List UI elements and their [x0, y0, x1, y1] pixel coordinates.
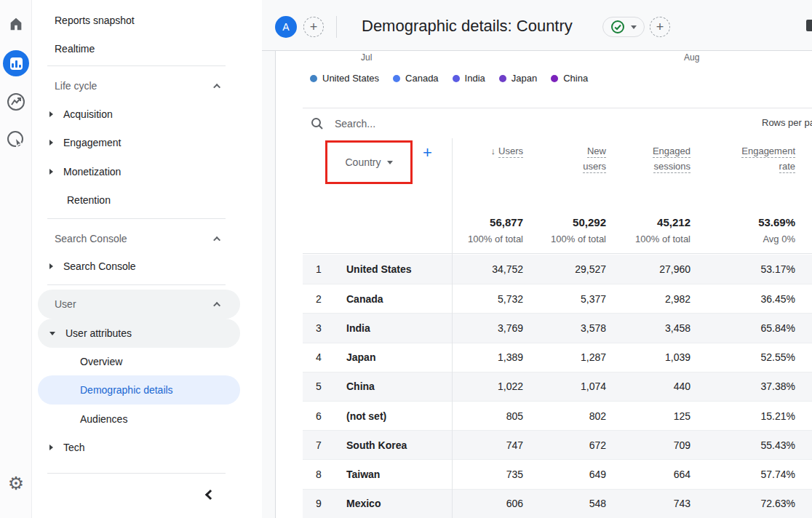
- advertising-cursor-icon: [6, 130, 26, 150]
- legend-item-china: China: [551, 73, 588, 84]
- sidebar-divider: [47, 65, 226, 66]
- sidebar-item-user-attributes[interactable]: User attributes: [38, 319, 240, 348]
- table-search-input[interactable]: [335, 118, 553, 130]
- table-row[interactable]: 7 South Korea 747 672 709 55.43%: [303, 430, 812, 459]
- row-engaged-sessions: 440: [596, 372, 690, 401]
- row-users: 1,022: [429, 372, 523, 401]
- series-dot-icon: [551, 75, 558, 82]
- row-country[interactable]: United States: [346, 255, 411, 284]
- expand-arrow-icon: [49, 169, 53, 175]
- sidebar-divider: [47, 218, 226, 219]
- bar-chart-icon: [3, 50, 29, 76]
- row-users: 606: [429, 490, 523, 518]
- row-new-users: 3,578: [512, 314, 606, 342]
- column-header-engaged-sessions[interactable]: Engaged sessions: [596, 143, 690, 174]
- all-users-segment-chip[interactable]: A: [275, 16, 297, 38]
- row-users: 34,752: [429, 255, 523, 284]
- sidebar-item-tech[interactable]: Tech: [32, 433, 262, 462]
- app-navigation-rail: ⚙: [0, 0, 32, 518]
- sidebar-divider: [47, 284, 226, 285]
- row-users: 3,769: [429, 314, 523, 342]
- sidebar-item-reports-snapshot[interactable]: Reports snapshot: [32, 6, 262, 35]
- sidebar-item-search-console[interactable]: Search Console: [32, 252, 262, 281]
- row-engagement-rate: 52.55%: [701, 343, 795, 372]
- nav-home-button[interactable]: [0, 16, 32, 32]
- row-rank: 1: [316, 255, 322, 284]
- column-header-engagement-rate[interactable]: Engagement rate: [701, 143, 795, 174]
- table-row[interactable]: 3 India 3,769 3,578 3,458 65.84%: [303, 313, 812, 342]
- collapse-sidebar-button[interactable]: [32, 480, 262, 509]
- sidebar-item-monetization[interactable]: Monetization: [32, 157, 262, 186]
- table-row[interactable]: 4 Japan 1,389 1,287 1,039 52.55%: [303, 343, 812, 372]
- sidebar-item-realtime[interactable]: Realtime: [32, 34, 262, 63]
- row-country[interactable]: Japan: [346, 343, 375, 372]
- row-users: 747: [429, 431, 523, 459]
- row-engagement-rate: 36.45%: [701, 284, 795, 313]
- row-rank: 4: [316, 343, 322, 372]
- search-icon: [310, 116, 325, 131]
- plus-icon: +: [310, 20, 318, 35]
- expand-arrow-icon: [49, 445, 53, 450]
- column-header-users[interactable]: ↓Users: [429, 143, 523, 159]
- table-column-divider: [452, 138, 453, 518]
- row-country[interactable]: China: [346, 372, 375, 401]
- sidebar-item-demographic-details[interactable]: Demographic details: [38, 375, 240, 405]
- row-engaged-sessions: 27,960: [596, 255, 690, 284]
- row-new-users: 1,074: [512, 372, 606, 401]
- sidebar-item-acquisition[interactable]: Acquisition: [32, 100, 262, 129]
- report-status-chip[interactable]: [602, 17, 645, 37]
- table-row[interactable]: 1 United States 34,752 29,527 27,960 53.…: [303, 255, 812, 284]
- row-country[interactable]: India: [346, 314, 370, 342]
- report-header-bar: A + Demographic details: Country +: [251, 0, 812, 51]
- table-row[interactable]: 9 Mexico 606 548 743 72.63%: [303, 489, 812, 518]
- legend-item-canada: Canada: [393, 73, 439, 84]
- table-row[interactable]: 8 Taiwan 735 649 664 57.74%: [303, 459, 812, 488]
- table-row[interactable]: 6 (not set) 805 802 125 15.21%: [303, 401, 812, 430]
- admin-settings-button[interactable]: ⚙: [0, 474, 32, 493]
- row-country[interactable]: (not set): [346, 402, 386, 430]
- row-new-users: 649: [512, 460, 606, 488]
- table-row[interactable]: 5 China 1,022 1,074 440 37.38%: [303, 372, 812, 401]
- table-rows: 1 United States 34,752 29,527 27,960 53.…: [303, 255, 812, 518]
- row-new-users: 672: [512, 431, 606, 459]
- sidebar-item-audiences[interactable]: Audiences: [32, 405, 262, 434]
- section-user[interactable]: User: [38, 290, 240, 319]
- row-rank: 9: [316, 490, 322, 518]
- nav-advertising-button[interactable]: [0, 130, 32, 150]
- chevron-down-icon[interactable]: [387, 161, 393, 164]
- nav-explore-button[interactable]: [0, 92, 32, 112]
- row-rank: 8: [316, 460, 322, 488]
- row-engagement-rate: 53.17%: [701, 255, 795, 284]
- table-row[interactable]: 2 Canada 5,732 5,377 2,982 36.45%: [303, 284, 812, 313]
- expand-arrow-icon: [49, 263, 53, 269]
- sidebar-item-retention[interactable]: Retention: [32, 186, 262, 215]
- dimension-selector[interactable]: Country: [345, 156, 381, 168]
- section-life-cycle[interactable]: Life cycle: [32, 71, 262, 100]
- chart-axis-label-jul: Jul: [361, 52, 372, 63]
- row-rank: 3: [316, 314, 322, 342]
- chevron-up-icon: [213, 301, 220, 308]
- totals-divider: [303, 253, 812, 254]
- row-engagement-rate: 72.63%: [701, 490, 795, 518]
- collapse-arrow-icon: [49, 332, 55, 335]
- row-country[interactable]: South Korea: [346, 431, 407, 459]
- insights-icon[interactable]: [806, 20, 812, 31]
- column-header-new-users[interactable]: New users: [512, 143, 606, 174]
- row-new-users: 548: [512, 490, 606, 518]
- row-engagement-rate: 37.38%: [701, 372, 795, 401]
- row-new-users: 29,527: [512, 255, 606, 284]
- row-new-users: 802: [512, 402, 606, 430]
- reports-sidebar: Reports snapshot Realtime Life cycle Acq…: [32, 0, 262, 518]
- section-search-console[interactable]: Search Console: [32, 224, 262, 253]
- add-report-action-button[interactable]: +: [650, 17, 670, 37]
- row-country[interactable]: Canada: [346, 284, 383, 313]
- nav-reports-button[interactable]: [0, 50, 32, 76]
- row-new-users: 1,287: [512, 343, 606, 372]
- row-engaged-sessions: 1,039: [596, 343, 690, 372]
- row-country[interactable]: Mexico: [346, 490, 381, 518]
- sidebar-item-engagement[interactable]: Engagement: [32, 128, 262, 157]
- row-engaged-sessions: 2,982: [596, 284, 690, 313]
- row-country[interactable]: Taiwan: [346, 460, 380, 488]
- add-comparison-button[interactable]: +: [303, 17, 324, 37]
- sidebar-item-overview[interactable]: Overview: [32, 347, 262, 376]
